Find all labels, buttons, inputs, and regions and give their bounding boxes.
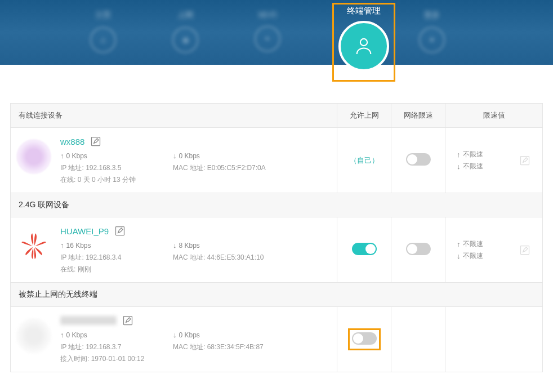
section-wired-header: 有线连接设备 xyxy=(11,104,337,128)
download-speed: ↓0 Kbps xyxy=(173,152,263,160)
nav-item-terminal-mgmt[interactable]: 终端管理 xyxy=(336,6,392,72)
self-label: （自己） xyxy=(350,156,379,164)
col-limit-header: 限速值 xyxy=(445,104,543,128)
ip-address: IP 地址: 192.168.3.4 xyxy=(60,253,150,262)
device-row-wired: wx888 ↑0 Kbps ↓0 Kbps IP 地址: 192.168.3.5… xyxy=(11,128,543,193)
edit-icon[interactable] xyxy=(122,315,133,326)
online-time: 在线: 刚刚 xyxy=(60,265,150,274)
user-icon xyxy=(338,21,389,72)
upload-speed: ↑0 Kbps xyxy=(60,152,150,160)
access-time: 接入时间: 1970-01-01 00:12 xyxy=(60,354,150,364)
svg-rect-4 xyxy=(521,246,529,254)
nav-item-2[interactable]: 上网 ⊕ xyxy=(144,10,226,53)
ip-address: IP 地址: 192.168.3.7 xyxy=(60,342,150,352)
edit-limit-icon[interactable] xyxy=(519,244,531,256)
svg-rect-3 xyxy=(116,227,124,235)
allow-internet-toggle[interactable] xyxy=(352,332,377,345)
nav-item-1[interactable]: 主页 ⌂ xyxy=(62,10,144,53)
svg-rect-2 xyxy=(521,156,529,164)
download-speed: ↓0 Kbps xyxy=(173,331,263,339)
device-name: HUAWEI_P9 xyxy=(60,226,109,236)
top-nav: 主页 ⌂ 上网 ⊕ Wi-Fi ≈ 更多 ≡ 终端管理 xyxy=(0,0,553,65)
limit-values: ↑不限速 ↓不限速 xyxy=(457,237,483,263)
svg-point-0 xyxy=(360,39,367,46)
edit-icon[interactable] xyxy=(90,136,101,147)
upload-speed: ↑0 Kbps xyxy=(60,331,150,339)
device-avatar xyxy=(16,318,51,353)
download-speed: ↓8 Kbps xyxy=(173,241,263,250)
svg-rect-5 xyxy=(124,317,132,325)
mac-address: MAC 地址: E0:05:C5:F2:D7:0A xyxy=(173,163,266,173)
edit-limit-icon[interactable] xyxy=(519,154,531,167)
svg-rect-1 xyxy=(92,137,100,146)
section-blocked-header: 被禁止上网的无线终端 xyxy=(11,283,543,307)
mac-address: MAC 地址: 68:3E:34:5F:4B:87 xyxy=(173,342,264,352)
nav-active-label: 终端管理 xyxy=(336,6,392,16)
speed-limit-toggle[interactable] xyxy=(406,153,431,166)
section-wifi24-header: 2.4G 联网设备 xyxy=(11,193,543,217)
speed-limit-toggle[interactable] xyxy=(406,243,431,255)
device-row-wifi24: HUAWEI_P9 ↑16 Kbps ↓8 Kbps IP 地址: 192.16… xyxy=(11,217,543,283)
limit-values: ↑不限速 ↓不限速 xyxy=(457,148,483,173)
mac-address: MAC 地址: 44:6E:E5:30:A1:10 xyxy=(173,253,264,262)
ip-address: IP 地址: 192.168.3.5 xyxy=(60,163,150,173)
device-avatar xyxy=(16,139,51,174)
device-name: wx888 xyxy=(60,137,84,146)
col-allow-header: 允许上网 xyxy=(337,104,391,128)
device-row-blocked: ↑0 Kbps ↓0 Kbps IP 地址: 192.168.3.7 MAC 地… xyxy=(11,307,543,372)
upload-speed: ↑16 Kbps xyxy=(60,241,150,250)
device-avatar-huawei xyxy=(16,229,51,264)
nav-item-3[interactable]: Wi-Fi ≈ xyxy=(226,10,309,52)
highlight-toggle xyxy=(348,328,381,350)
device-table: 有线连接设备 允许上网 网络限速 限速值 wx888 xyxy=(10,103,543,372)
nav-item-5[interactable]: 更多 ≡ xyxy=(391,10,473,53)
edit-icon[interactable] xyxy=(114,225,126,237)
col-speed-header: 网络限速 xyxy=(391,104,445,128)
device-name-redacted xyxy=(60,316,117,325)
allow-internet-toggle[interactable] xyxy=(352,243,377,255)
online-time: 在线: 0 天 0 小时 13 分钟 xyxy=(60,175,150,185)
